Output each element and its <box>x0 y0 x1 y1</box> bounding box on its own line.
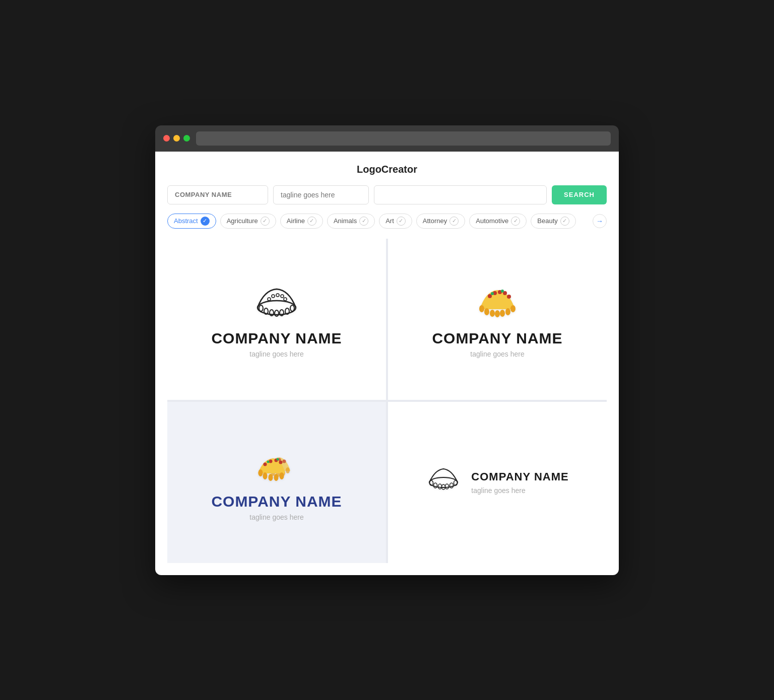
filter-bar: Abstract✓Agriculture✓Airline✓Animals✓Art… <box>167 214 607 229</box>
filter-label-beauty: Beauty <box>537 217 557 225</box>
filter-label-agriculture: Agriculture <box>227 217 258 225</box>
search-bar: SEARCH <box>167 185 607 204</box>
filter-label-airline: Airline <box>287 217 305 225</box>
logo-icon-3 <box>254 443 299 483</box>
svg-point-13 <box>479 305 484 312</box>
filter-check-automotive: ✓ <box>511 217 520 226</box>
filter-chip-animals[interactable]: Animals✓ <box>327 214 375 229</box>
svg-point-45 <box>277 458 279 461</box>
logo-card-3[interactable]: COMPANY NAME tagline goes here <box>167 402 386 563</box>
svg-point-38 <box>274 474 279 481</box>
svg-point-25 <box>491 292 494 295</box>
company-name-input[interactable] <box>167 185 268 204</box>
svg-point-37 <box>269 474 273 481</box>
filter-check-abstract: ✓ <box>201 217 210 226</box>
filter-chip-agriculture[interactable]: Agriculture✓ <box>220 214 276 229</box>
svg-point-3 <box>276 294 279 297</box>
filter-chip-art[interactable]: Art✓ <box>379 214 412 229</box>
svg-point-19 <box>510 305 515 312</box>
svg-point-36 <box>263 472 268 479</box>
svg-point-49 <box>438 484 442 489</box>
svg-point-48 <box>434 483 437 488</box>
logo-card-2[interactable]: COMPANY NAME tagline goes here <box>388 239 607 400</box>
svg-point-6 <box>259 305 263 311</box>
search-button[interactable]: SEARCH <box>552 185 607 204</box>
svg-point-24 <box>507 295 511 299</box>
filter-chip-attorney[interactable]: Attorney✓ <box>416 214 465 229</box>
maximize-button[interactable] <box>183 135 190 142</box>
filter-chip-abstract[interactable]: Abstract✓ <box>167 214 216 229</box>
svg-point-15 <box>490 310 495 317</box>
tagline-3: tagline goes here <box>249 513 303 521</box>
filter-label-attorney: Attorney <box>423 217 447 225</box>
filter-next-arrow[interactable]: → <box>593 214 607 228</box>
minimize-button[interactable] <box>173 135 180 142</box>
logo-icon-1 <box>254 280 299 320</box>
filter-chip-beauty[interactable]: Beauty✓ <box>531 214 575 229</box>
filter-check-agriculture: ✓ <box>261 217 270 226</box>
logo-icon-4 <box>426 462 461 492</box>
filter-check-airline: ✓ <box>307 217 316 226</box>
svg-point-35 <box>259 469 263 476</box>
filter-label-art: Art <box>385 217 394 225</box>
svg-point-5 <box>284 298 287 301</box>
tagline-1: tagline goes here <box>249 350 303 358</box>
app-title: LogoCreator <box>167 164 607 175</box>
svg-point-12 <box>290 305 294 311</box>
svg-point-2 <box>272 295 275 298</box>
svg-point-34 <box>283 460 286 463</box>
svg-point-20 <box>488 294 492 298</box>
logo-card-4[interactable]: COMPANY NAME tagline goes here <box>388 402 607 563</box>
svg-point-41 <box>269 460 273 463</box>
logo-card-1[interactable]: COMPANY NAME tagline goes here <box>167 239 386 400</box>
svg-point-31 <box>286 467 290 473</box>
browser-chrome <box>155 125 619 152</box>
svg-point-1 <box>268 298 271 301</box>
svg-point-26 <box>501 290 504 293</box>
app-content: LogoCreator SEARCH Abstract✓Agriculture✓… <box>155 152 619 575</box>
filter-check-animals: ✓ <box>359 217 368 226</box>
svg-point-43 <box>279 461 283 464</box>
keyword-input[interactable] <box>374 185 547 204</box>
filter-chip-automotive[interactable]: Automotive✓ <box>469 214 527 229</box>
url-bar[interactable] <box>196 131 611 146</box>
svg-point-14 <box>484 308 489 315</box>
filter-label-automotive: Automotive <box>476 217 508 225</box>
browser-window: LogoCreator SEARCH Abstract✓Agriculture✓… <box>155 125 619 575</box>
svg-point-18 <box>505 308 510 315</box>
svg-point-16 <box>495 310 500 317</box>
filter-label-abstract: Abstract <box>174 217 198 225</box>
filter-check-art: ✓ <box>397 217 406 226</box>
svg-point-51 <box>445 484 449 489</box>
company-name-1: COMPANY NAME <box>211 330 342 347</box>
logo-icon-2 <box>475 280 520 320</box>
svg-point-52 <box>450 483 454 488</box>
logo-grid: COMPANY NAME tagline goes here <box>167 239 607 563</box>
svg-point-4 <box>281 295 284 298</box>
tagline-2: tagline goes here <box>470 350 524 358</box>
company-name-2: COMPANY NAME <box>432 330 562 347</box>
svg-point-39 <box>280 472 284 479</box>
svg-point-40 <box>264 463 267 466</box>
filter-label-animals: Animals <box>334 217 357 225</box>
company-name-3: COMPANY NAME <box>211 493 342 510</box>
svg-point-44 <box>267 461 270 463</box>
logo-info-4: COMPANY NAME tagline goes here <box>471 470 568 495</box>
filter-check-beauty: ✓ <box>560 217 569 226</box>
company-name-4: COMPANY NAME <box>471 470 568 483</box>
tagline-4: tagline goes here <box>471 486 568 495</box>
filter-check-attorney: ✓ <box>449 217 459 226</box>
filter-chip-airline[interactable]: Airline✓ <box>280 214 323 229</box>
close-button[interactable] <box>163 135 170 142</box>
tagline-input[interactable] <box>273 185 369 204</box>
traffic-lights <box>163 135 190 142</box>
svg-point-17 <box>500 310 505 317</box>
